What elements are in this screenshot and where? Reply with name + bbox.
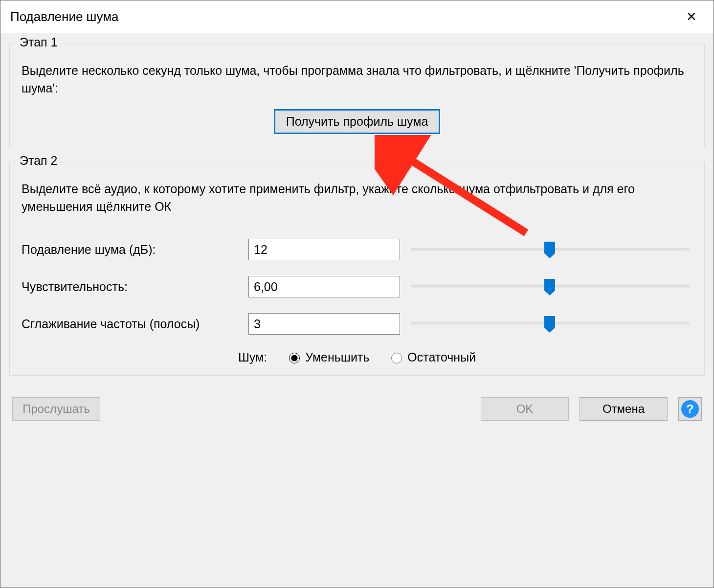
smoothing-row: Сглаживание частоты (полосы): [22, 313, 692, 335]
sensitivity-input[interactable]: [248, 276, 400, 297]
dialog-title: Подавление шума: [10, 9, 119, 24]
ok-button[interactable]: OK: [481, 397, 569, 421]
dialog-content: Этап 1 Выделите несколько секунд только …: [0, 33, 714, 588]
step2-legend: Этап 2: [16, 154, 61, 168]
noise-residue-radio-label: Остаточный: [407, 350, 476, 364]
noise-residue-radio[interactable]: Остаточный: [389, 350, 476, 364]
smoothing-slider[interactable]: [407, 314, 692, 334]
noise-mode-row: Шум: Уменьшить Остаточный: [22, 350, 692, 364]
sensitivity-slider[interactable]: [407, 277, 692, 296]
step2-group: Этап 2 Выделите всё аудио, к которому хо…: [9, 162, 705, 376]
get-noise-profile-button[interactable]: Получить профиль шума: [274, 109, 441, 134]
noise-reduction-slider[interactable]: [407, 240, 692, 259]
noise-reduce-radio-label: Уменьшить: [305, 350, 369, 364]
titlebar: Подавление шума ✕: [0, 0, 714, 33]
cancel-button[interactable]: Отмена: [580, 397, 668, 421]
close-icon[interactable]: ✕: [679, 6, 704, 27]
noise-residue-radio-input[interactable]: [391, 353, 402, 363]
smoothing-input[interactable]: [248, 313, 400, 335]
preview-button[interactable]: Прослушать: [12, 397, 100, 421]
smoothing-label: Сглаживание частоты (полосы): [22, 317, 242, 331]
help-icon: ?: [681, 400, 699, 418]
noise-reduce-radio[interactable]: Уменьшить: [287, 350, 369, 364]
step1-instruction: Выделите несколько секунд только шума, ч…: [22, 62, 692, 97]
noise-reduction-input[interactable]: [248, 239, 400, 260]
sensitivity-label: Чувствительность:: [22, 280, 242, 294]
sensitivity-row: Чувствительность:: [22, 276, 692, 297]
step1-group: Этап 1 Выделите несколько секунд только …: [9, 44, 705, 147]
button-bar: Прослушать OK Отмена ?: [9, 397, 705, 421]
noise-mode-label: Шум:: [238, 350, 267, 364]
noise-reduction-row: Подавление шума (дБ):: [22, 239, 692, 260]
dialog-window: Подавление шума ✕ Этап 1 Выделите нескол…: [0, 0, 714, 588]
noise-reduction-label: Подавление шума (дБ):: [22, 243, 242, 257]
step2-instruction: Выделите всё аудио, к которому хотите пр…: [22, 180, 692, 216]
noise-reduce-radio-input[interactable]: [289, 353, 300, 363]
step1-legend: Этап 1: [16, 35, 61, 49]
help-button[interactable]: ?: [678, 397, 702, 421]
